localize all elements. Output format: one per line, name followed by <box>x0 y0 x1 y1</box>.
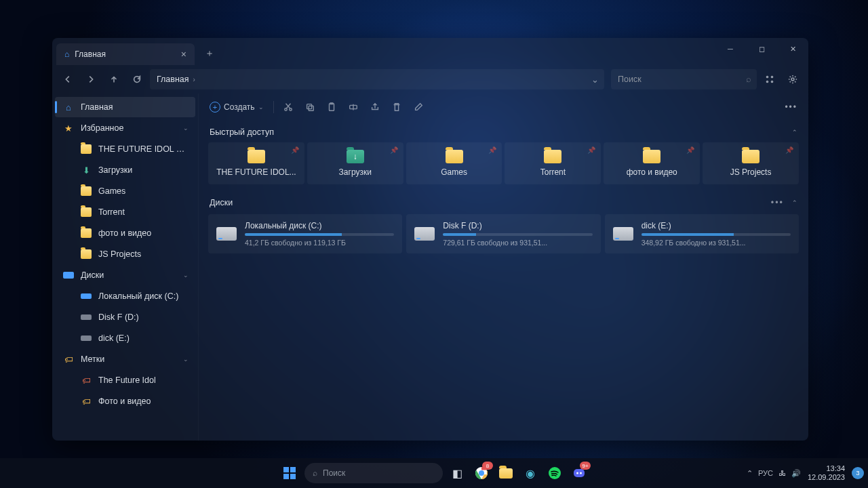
pin-icon[interactable]: 📌 <box>587 146 595 154</box>
system-tray: ⌃ РУС 🖧 🔊 13:34 12.09.2023 3 <box>747 464 864 482</box>
sidebar-fav-item[interactable]: Games <box>55 181 195 201</box>
pin-icon[interactable]: 📌 <box>390 146 398 154</box>
sidebar-favorites[interactable]: ★ Избранное ⌄ <box>55 118 195 138</box>
chevron-down-icon[interactable]: ⌄ <box>183 272 189 279</box>
more-button[interactable]: ••• <box>779 98 803 117</box>
svg-point-5 <box>284 108 287 111</box>
share-button[interactable] <box>365 98 385 117</box>
home-icon: ⌂ <box>64 49 69 59</box>
quick-access-item[interactable]: 📌THE FUTURE IDOL... <box>208 142 304 184</box>
create-button[interactable]: + Создать ⌄ <box>204 98 269 117</box>
tag-icon: 🏷 <box>81 396 92 407</box>
sidebar-fav-item[interactable]: ⬇Загрузки <box>55 160 195 180</box>
chevron-right-icon: › <box>193 76 195 83</box>
maximize-button[interactable]: ◻ <box>746 38 777 60</box>
pin-icon[interactable]: 📌 <box>291 146 299 154</box>
tag-icon: 🏷 <box>81 375 92 386</box>
tray-chevron-icon[interactable]: ⌃ <box>747 469 753 478</box>
quick-access-item[interactable]: 📌Games <box>406 142 502 184</box>
network-icon[interactable]: 🖧 <box>778 469 786 477</box>
quick-access-item[interactable]: 📌Torrent <box>505 142 601 184</box>
volume-icon[interactable]: 🔊 <box>791 469 801 478</box>
plus-icon: + <box>210 102 220 113</box>
view-options-button[interactable] <box>760 69 780 89</box>
search-input[interactable]: Поиск ⌕ <box>611 69 757 89</box>
rename-button[interactable] <box>343 98 363 117</box>
svg-point-1 <box>766 81 768 82</box>
sidebar-disk-item[interactable]: Локальный диск (C:) <box>55 286 195 306</box>
start-button[interactable] <box>279 462 300 484</box>
folder-icon <box>446 150 463 163</box>
chevron-up-icon[interactable]: ⌃ <box>792 199 797 206</box>
sidebar-item-label: Games <box>98 186 125 196</box>
properties-button[interactable] <box>408 98 429 117</box>
tab-home[interactable]: ⌂ Главная × <box>56 43 195 65</box>
up-button[interactable] <box>104 69 124 89</box>
quick-access-item[interactable]: 📌Загрузки <box>307 142 403 184</box>
spotify-app[interactable] <box>545 463 565 483</box>
taskbar-search[interactable]: ⌕ Поиск <box>304 463 443 483</box>
section-quick-access[interactable]: Быстрый доступ ⌃ <box>208 121 799 142</box>
sidebar-tags[interactable]: 🏷 Метки ⌄ <box>55 349 195 369</box>
discord-app[interactable]: 9+ <box>569 463 589 483</box>
settings-button[interactable] <box>783 69 803 89</box>
language-indicator[interactable]: РУС <box>758 469 773 477</box>
sidebar-tag-item[interactable]: 🏷Фото и видео <box>55 391 195 411</box>
download-folder-icon <box>347 150 364 163</box>
sidebar-fav-item[interactable]: THE FUTURE IDOL STUD <box>55 139 195 159</box>
more-icon[interactable]: ••• <box>771 198 784 207</box>
disk-item[interactable]: Локальный диск (C:)41,2 ГБ свободно из 1… <box>208 214 402 253</box>
disk-usage-bar <box>642 233 791 236</box>
quick-access-item[interactable]: 📌фото и видео <box>604 142 700 184</box>
back-button[interactable] <box>58 69 78 89</box>
chevron-down-icon[interactable]: ⌄ <box>183 356 189 363</box>
forward-button[interactable] <box>81 69 101 89</box>
sidebar-disk-item[interactable]: dick (E:) <box>55 328 195 348</box>
create-label: Создать <box>224 102 255 112</box>
tab-close-icon[interactable]: × <box>181 49 186 60</box>
new-tab-button[interactable]: ＋ <box>200 44 219 63</box>
sidebar-disk-item[interactable]: Disk F (D:) <box>55 307 195 327</box>
close-button[interactable]: ✕ <box>777 38 808 60</box>
chrome-app[interactable]: 8 <box>471 463 492 483</box>
monitor-icon <box>63 270 74 281</box>
sidebar-fav-item[interactable]: JS Projects <box>55 244 195 264</box>
sidebar-home-label: Главная <box>81 102 113 112</box>
notification-button[interactable]: 3 <box>852 467 864 479</box>
disk-usage-bar <box>443 233 592 236</box>
svg-point-6 <box>289 108 292 111</box>
titlebar: ⌂ Главная × ＋ ─ ◻ ✕ <box>52 38 808 65</box>
section-disks[interactable]: Диски ••• ⌃ <box>208 191 799 213</box>
explorer-app[interactable] <box>496 463 516 483</box>
paste-button[interactable] <box>321 98 342 117</box>
pin-icon[interactable]: 📌 <box>686 146 694 154</box>
drive-icon <box>613 227 633 241</box>
time-label: 13:34 <box>808 464 845 473</box>
home-icon: ⌂ <box>63 102 74 113</box>
pin-icon[interactable]: 📌 <box>488 146 496 154</box>
chevron-down-icon[interactable]: ⌄ <box>591 75 599 85</box>
pin-icon[interactable]: 📌 <box>785 146 793 154</box>
clock[interactable]: 13:34 12.09.2023 <box>808 464 845 482</box>
sidebar-fav-item[interactable]: Torrent <box>55 202 195 222</box>
delete-button[interactable] <box>387 98 407 117</box>
quick-access-item[interactable]: 📌JS Projects <box>703 142 799 184</box>
taskview-button[interactable]: ◧ <box>447 463 467 483</box>
sidebar-fav-item[interactable]: фото и видео <box>55 223 195 243</box>
app-4[interactable]: ◉ <box>520 463 540 483</box>
disk-item[interactable]: Disk F (D:)729,61 ГБ свободно из 931,51.… <box>406 214 600 253</box>
minimize-button[interactable]: ─ <box>715 38 746 60</box>
sidebar-disks[interactable]: Диски ⌄ <box>55 265 195 285</box>
disk-free-label: 348,92 ГБ свободно из 931,51... <box>642 239 791 247</box>
sidebar-item-label: Torrent <box>98 207 125 217</box>
copy-button[interactable] <box>300 98 320 117</box>
refresh-button[interactable] <box>127 69 147 89</box>
chevron-up-icon[interactable]: ⌃ <box>792 129 797 136</box>
chevron-down-icon[interactable]: ⌄ <box>183 125 189 131</box>
cut-button[interactable] <box>278 98 298 117</box>
sidebar-tag-item[interactable]: 🏷The Future Idol <box>55 370 195 390</box>
file-explorer-window: ⌂ Главная × ＋ ─ ◻ ✕ Главная › ⌄ Поиск <box>52 38 808 441</box>
sidebar-home[interactable]: ⌂ Главная <box>55 97 195 117</box>
disk-item[interactable]: dick (E:)348,92 ГБ свободно из 931,51... <box>605 214 799 253</box>
address-bar[interactable]: Главная › ⌄ <box>150 69 604 89</box>
